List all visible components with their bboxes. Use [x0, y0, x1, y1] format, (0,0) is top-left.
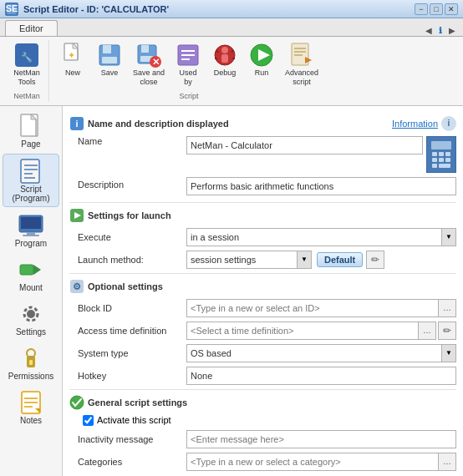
access-time-edit-button[interactable]: ✏: [438, 322, 456, 340]
description-row: Description: [69, 177, 456, 195]
calculator-icon[interactable]: [426, 136, 456, 173]
execute-row: Execute in a session ▼: [69, 228, 456, 246]
launch-section-title: Settings for launch: [88, 210, 456, 220]
launch-edit-button[interactable]: ✏: [366, 251, 384, 269]
name-input[interactable]: [186, 136, 423, 154]
maximize-button[interactable]: □: [430, 3, 443, 15]
content-area: i Name and description displayed Informa…: [63, 106, 463, 476]
block-id-input[interactable]: [186, 299, 439, 317]
tab-nav-left[interactable]: ◀: [423, 25, 435, 36]
title-bar: SE Script Editor - ID: 'CALCULATOR' − □ …: [0, 0, 463, 18]
svg-point-20: [221, 47, 228, 53]
close-button[interactable]: ✕: [445, 3, 458, 15]
sidebar: Page Script (Program): [0, 106, 63, 476]
access-time-browse-button[interactable]: …: [418, 322, 436, 340]
sidebar-item-permissions[interactable]: Permissions: [3, 342, 59, 384]
sidebar-permissions-label: Permissions: [8, 372, 53, 381]
tab-nav-info[interactable]: ℹ: [436, 25, 445, 36]
sidebar-script-label: Script (Program): [12, 185, 49, 203]
svg-rect-33: [21, 114, 38, 136]
ribbon-group-netman-label: NetMan: [13, 92, 40, 100]
general-section-title: General script settings: [88, 398, 456, 408]
name-label: Name: [78, 136, 186, 146]
svg-rect-63: [432, 158, 437, 162]
information-link[interactable]: Information: [392, 119, 438, 129]
window-controls[interactable]: − □ ✕: [415, 3, 458, 15]
used-by-button[interactable]: Used by: [171, 40, 205, 89]
inactivity-input[interactable]: [186, 430, 456, 448]
svg-rect-8: [103, 45, 111, 53]
categories-browse-button[interactable]: …: [438, 453, 456, 471]
svg-rect-62: [445, 152, 450, 156]
svg-rect-59: [431, 141, 451, 149]
advanced-script-button[interactable]: Advanced script: [282, 40, 322, 89]
advanced-script-icon: [288, 42, 315, 68]
system-type-select[interactable]: OS based: [186, 344, 456, 362]
permissions-icon: [18, 345, 44, 372]
svg-rect-11: [141, 45, 149, 53]
system-type-row: System type OS based ▼: [69, 344, 456, 362]
description-label: Description: [78, 177, 186, 190]
name-field-group: [186, 136, 456, 173]
svg-rect-44: [20, 265, 33, 275]
used-by-icon: [175, 42, 201, 68]
tab-editor[interactable]: Editor: [5, 20, 58, 36]
sidebar-item-mount[interactable]: Mount: [3, 253, 59, 296]
default-button[interactable]: Default: [317, 252, 363, 267]
save-button[interactable]: Save: [93, 40, 126, 79]
save-close-icon: ✕: [135, 42, 162, 68]
new-label: New: [65, 68, 80, 78]
block-id-browse-button[interactable]: …: [438, 299, 456, 317]
activate-row: Activate this script: [69, 415, 456, 426]
new-icon: ✦: [59, 42, 86, 68]
activate-label[interactable]: Activate this script: [97, 415, 171, 425]
netman-tools-button[interactable]: 🔧 NetMan Tools: [10, 40, 43, 89]
mount-icon: [18, 256, 44, 283]
save-close-label: Save and close: [133, 68, 165, 87]
new-button[interactable]: ✦ New: [56, 40, 89, 79]
categories-label: Categories: [78, 457, 186, 467]
svg-text:🔧: 🔧: [21, 51, 33, 63]
sidebar-item-program[interactable]: Program: [3, 209, 59, 251]
svg-text:✦: ✦: [68, 50, 75, 60]
description-input[interactable]: [186, 177, 456, 195]
svg-text:✕: ✕: [152, 57, 160, 67]
svg-text:SE: SE: [6, 3, 18, 13]
sidebar-item-settings[interactable]: Settings: [3, 297, 59, 340]
access-time-input[interactable]: [186, 322, 419, 340]
hotkey-input[interactable]: [186, 367, 456, 385]
activate-checkbox[interactable]: [83, 415, 94, 426]
run-button[interactable]: Run: [245, 40, 278, 79]
sidebar-item-script[interactable]: Script (Program): [3, 154, 59, 207]
svg-rect-67: [439, 164, 450, 168]
general-section-header: General script settings: [69, 395, 456, 410]
general-section-icon: [69, 395, 84, 410]
run-icon: [248, 42, 275, 68]
minimize-button[interactable]: −: [415, 3, 428, 15]
settings-icon: [18, 301, 44, 327]
tab-navigation: ◀ ℹ ▶: [423, 25, 458, 36]
execute-select[interactable]: in a session: [186, 228, 456, 246]
save-label: Save: [101, 68, 119, 78]
sidebar-item-notes[interactable]: Notes: [3, 386, 59, 428]
svg-rect-61: [439, 152, 444, 156]
ribbon-group-script: ✦ New Save: [51, 40, 327, 102]
launch-section-icon: [69, 208, 84, 223]
save-icon: [96, 42, 123, 68]
netman-tools-label: NetMan Tools: [13, 68, 40, 87]
launch-method-row: Launch method: session settings ▼ Defaul…: [69, 251, 456, 269]
tab-nav-right[interactable]: ▶: [446, 25, 458, 36]
launch-method-label: Launch method:: [78, 255, 186, 265]
hotkey-row: Hotkey: [69, 367, 456, 385]
categories-input[interactable]: [186, 453, 439, 471]
debug-button[interactable]: Debug: [208, 40, 242, 79]
sidebar-item-page[interactable]: Page: [3, 109, 59, 152]
inactivity-row: Inactivity message: [69, 430, 456, 448]
launch-method-select[interactable]: session settings: [186, 251, 312, 269]
name-section-header: i Name and description displayed Informa…: [69, 116, 456, 131]
sidebar-page-label: Page: [21, 139, 40, 149]
optional-section-header: ⚙ Optional settings: [69, 279, 456, 294]
save-close-button[interactable]: ✕ Save and close: [130, 40, 168, 89]
information-icon[interactable]: i: [441, 116, 456, 131]
svg-rect-41: [21, 217, 41, 229]
